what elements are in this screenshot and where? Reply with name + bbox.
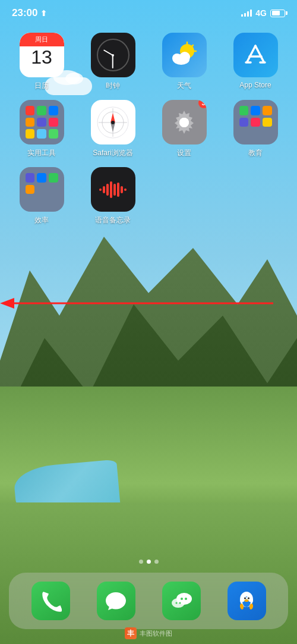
- svg-rect-26: [113, 184, 116, 196]
- settings-badge: 3: [198, 100, 207, 108]
- edu-mini-5: [251, 118, 260, 127]
- svg-point-19: [111, 121, 115, 124]
- watermark-logo: 丰: [125, 627, 137, 639]
- mini-app-3: [49, 106, 58, 115]
- voicememo-label: 语音备忘录: [95, 215, 131, 225]
- settings-icon[interactable]: 3: [162, 100, 207, 144]
- app-calendar[interactable]: 周日 13 日历: [9, 33, 74, 91]
- qq-svg: [234, 589, 259, 614]
- svg-point-21: [179, 118, 189, 127]
- svg-rect-27: [117, 183, 119, 197]
- app-appstore[interactable]: App Store: [223, 33, 288, 91]
- mini-app-6: [49, 118, 58, 127]
- dock: [9, 573, 288, 629]
- svg-rect-22: [99, 189, 102, 191]
- app-settings[interactable]: 3 设置: [151, 100, 217, 158]
- utility-icon[interactable]: [20, 100, 64, 144]
- svg-line-7: [247, 46, 255, 62]
- svg-rect-29: [124, 189, 127, 191]
- weather-icon[interactable]: [162, 33, 207, 77]
- page-dot-2-active: [147, 560, 151, 564]
- battery-fill: [272, 11, 280, 15]
- location-icon: ⬆: [40, 9, 47, 18]
- education-label: 教育: [248, 148, 263, 158]
- svg-rect-23: [103, 186, 105, 193]
- svg-point-45: [248, 597, 249, 599]
- clock-center: [112, 54, 114, 56]
- clock-face: [97, 39, 129, 71]
- status-bar: 23:00 ⬆ 4G: [0, 0, 297, 26]
- mini-app-5: [37, 118, 46, 127]
- efficiency-icon[interactable]: [20, 167, 64, 212]
- dock-messages[interactable]: [97, 582, 135, 620]
- page-dot-1: [139, 560, 143, 564]
- education-icon[interactable]: [233, 100, 278, 144]
- weather-svg: [168, 40, 201, 70]
- dock-phone[interactable]: [31, 582, 70, 620]
- settings-label: 设置: [177, 148, 191, 158]
- calendar-label: 日历: [34, 81, 49, 91]
- appstore-icon[interactable]: [233, 33, 278, 77]
- svg-rect-28: [121, 186, 123, 193]
- page-dots: [0, 560, 297, 564]
- app-safari[interactable]: Safari浏览器: [80, 100, 146, 158]
- dock-wechat[interactable]: [162, 582, 201, 620]
- svg-point-46: [245, 599, 249, 602]
- mini-app-2: [37, 106, 46, 115]
- svg-point-33: [172, 598, 185, 608]
- messages-icon[interactable]: [97, 582, 135, 620]
- watermark: 丰 丰图软件图: [125, 627, 172, 639]
- svg-point-44: [244, 597, 246, 599]
- signal-bars: [241, 10, 252, 17]
- voicememo-icon[interactable]: [91, 167, 135, 212]
- signal-bar-4: [250, 10, 252, 17]
- wechat-icon[interactable]: [162, 582, 201, 620]
- qq-icon[interactable]: [228, 582, 266, 620]
- voicememo-svg: [98, 178, 128, 202]
- eff-mini-2: [37, 173, 46, 183]
- weather-label: 天气: [177, 81, 191, 91]
- dock-qq[interactable]: [228, 582, 266, 620]
- phone-icon[interactable]: [31, 582, 70, 620]
- page-dot-3: [154, 560, 159, 564]
- settings-svg: [170, 108, 198, 137]
- mini-app-8: [37, 129, 46, 139]
- clock-label: 时钟: [106, 81, 120, 91]
- safari-icon[interactable]: [91, 100, 135, 144]
- edu-mini-4: [239, 118, 249, 127]
- app-education[interactable]: 教育: [223, 100, 288, 158]
- app-efficiency[interactable]: 效率: [9, 167, 74, 225]
- clock-icon[interactable]: [91, 33, 135, 77]
- mini-app-1: [26, 106, 35, 115]
- utility-label: 实用工具: [27, 148, 56, 158]
- app-weather[interactable]: 天气: [151, 33, 217, 91]
- mini-app-4: [26, 118, 35, 127]
- calendar-date: 13: [31, 48, 52, 67]
- phone-svg: [39, 590, 62, 612]
- appstore-svg: [241, 41, 270, 70]
- status-right: 4G: [241, 8, 285, 18]
- mini-app-7: [26, 129, 35, 139]
- edu-mini-1: [239, 106, 249, 115]
- calendar-icon[interactable]: 周日 13: [20, 33, 64, 77]
- eff-mini-1: [26, 173, 35, 183]
- svg-point-37: [179, 602, 181, 604]
- messages-svg: [104, 589, 128, 613]
- efficiency-label: 效率: [34, 215, 49, 225]
- edu-mini-3: [263, 106, 272, 115]
- svg-point-35: [185, 598, 187, 600]
- svg-rect-25: [110, 181, 112, 198]
- app-utility[interactable]: 实用工具: [9, 100, 74, 158]
- watermark-text: 丰图软件图: [140, 629, 172, 638]
- app-clock[interactable]: 时钟: [80, 33, 146, 91]
- wechat-svg: [169, 590, 194, 612]
- app-voicememo[interactable]: 语音备忘录: [80, 167, 146, 225]
- mini-app-9: [49, 129, 58, 139]
- status-time: 23:00 ⬆: [12, 7, 47, 19]
- svg-point-36: [176, 602, 178, 604]
- edu-mini-2: [251, 106, 260, 115]
- network-type: 4G: [255, 8, 267, 18]
- battery-icon: [270, 10, 285, 17]
- eff-mini-3: [49, 173, 58, 183]
- safari-label: Safari浏览器: [93, 148, 132, 158]
